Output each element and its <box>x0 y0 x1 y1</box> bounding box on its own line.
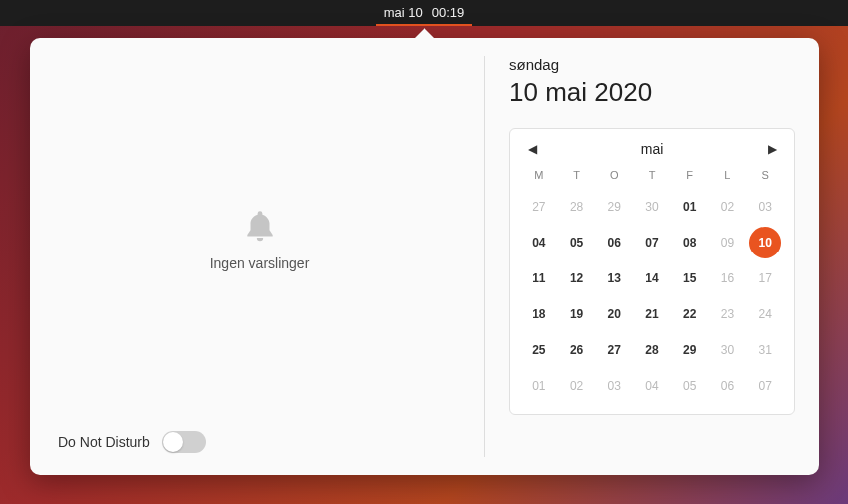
dow-label: F <box>671 169 709 187</box>
clock-button[interactable]: mai 10 00:19 <box>376 0 473 26</box>
datetime-panel: Ingen varslinger Do Not Disturb søndag 1… <box>30 38 819 475</box>
dow-label: L <box>709 169 747 187</box>
calendar-day[interactable]: 09 <box>711 227 743 258</box>
calendar-day[interactable]: 29 <box>598 191 630 223</box>
calendar-day[interactable]: 08 <box>674 227 706 258</box>
weekday-label: søndag <box>509 56 795 73</box>
calendar-day[interactable]: 05 <box>561 227 593 258</box>
calendar-day[interactable]: 14 <box>636 262 668 294</box>
calendar-day[interactable]: 17 <box>749 262 781 294</box>
calendar-day[interactable]: 01 <box>523 370 555 402</box>
calendar-day[interactable]: 15 <box>674 262 706 294</box>
calendar-day[interactable]: 24 <box>749 298 781 330</box>
calendar-day[interactable]: 20 <box>598 298 630 330</box>
calendar-day[interactable]: 04 <box>636 370 668 402</box>
calendar-day[interactable]: 22 <box>674 298 706 330</box>
calendar-day[interactable]: 16 <box>711 262 743 294</box>
empty-text: Ingen varslinger <box>210 255 310 271</box>
dow-label: T <box>633 169 671 187</box>
calendar-day[interactable]: 11 <box>523 262 555 294</box>
empty-notifications: Ingen varslinger <box>54 56 464 423</box>
calendar-widget: ◀ mai ▶ MTOTFLS2728293001020304050607080… <box>509 128 795 415</box>
calendar-day[interactable]: 03 <box>749 191 781 223</box>
calendar-day[interactable]: 27 <box>598 334 630 366</box>
dow-label: O <box>595 169 633 187</box>
calendar-day[interactable]: 27 <box>523 191 555 223</box>
calendar-day[interactable]: 05 <box>674 370 706 402</box>
calendar-day[interactable]: 21 <box>636 298 668 330</box>
calendar-day[interactable]: 28 <box>636 334 668 366</box>
top-bar: mai 10 00:19 <box>0 0 848 26</box>
dnd-row: Do Not Disturb <box>54 423 464 457</box>
calendar-day[interactable]: 06 <box>598 227 630 258</box>
calendar-day[interactable]: 30 <box>636 191 668 223</box>
calendar-day[interactable]: 12 <box>561 262 593 294</box>
month-label: mai <box>540 141 764 157</box>
calendar-day[interactable]: 04 <box>523 227 555 258</box>
dow-label: T <box>558 169 596 187</box>
calendar-grid: MTOTFLS272829300102030405060708091011121… <box>520 169 784 402</box>
date-header: søndag 10 mai 2020 <box>509 56 795 108</box>
calendar-day[interactable]: 03 <box>598 370 630 402</box>
clock-time: 00:19 <box>432 5 465 20</box>
notification-pane: Ingen varslinger Do Not Disturb <box>54 56 485 457</box>
dnd-label: Do Not Disturb <box>58 434 150 450</box>
dow-label: S <box>746 169 784 187</box>
calendar-day[interactable]: 10 <box>749 227 781 258</box>
calendar-day[interactable]: 30 <box>711 334 743 366</box>
calendar-day[interactable]: 26 <box>561 334 593 366</box>
calendar-day[interactable]: 07 <box>749 370 781 402</box>
calendar-day[interactable]: 01 <box>674 191 706 223</box>
toggle-knob <box>163 432 183 452</box>
prev-month-button[interactable]: ◀ <box>524 142 540 156</box>
clock-date: mai 10 <box>384 5 423 20</box>
calendar-day[interactable]: 06 <box>711 370 743 402</box>
calendar-day[interactable]: 18 <box>523 298 555 330</box>
dnd-toggle[interactable] <box>162 431 206 453</box>
calendar-day[interactable]: 31 <box>749 334 781 366</box>
calendar-day[interactable]: 02 <box>561 370 593 402</box>
calendar-pane: søndag 10 mai 2020 ◀ mai ▶ MTOTFLS272829… <box>485 56 795 457</box>
calendar-day[interactable]: 02 <box>711 191 743 223</box>
calendar-day[interactable]: 13 <box>598 262 630 294</box>
calendar-day[interactable]: 07 <box>636 227 668 258</box>
bell-icon <box>241 208 279 246</box>
dow-label: M <box>520 169 558 187</box>
next-month-button[interactable]: ▶ <box>764 142 780 156</box>
full-date: 10 mai 2020 <box>509 77 795 108</box>
calendar-day[interactable]: 23 <box>711 298 743 330</box>
calendar-day[interactable]: 29 <box>674 334 706 366</box>
calendar-day[interactable]: 25 <box>523 334 555 366</box>
calendar-day[interactable]: 19 <box>561 298 593 330</box>
calendar-day[interactable]: 28 <box>561 191 593 223</box>
